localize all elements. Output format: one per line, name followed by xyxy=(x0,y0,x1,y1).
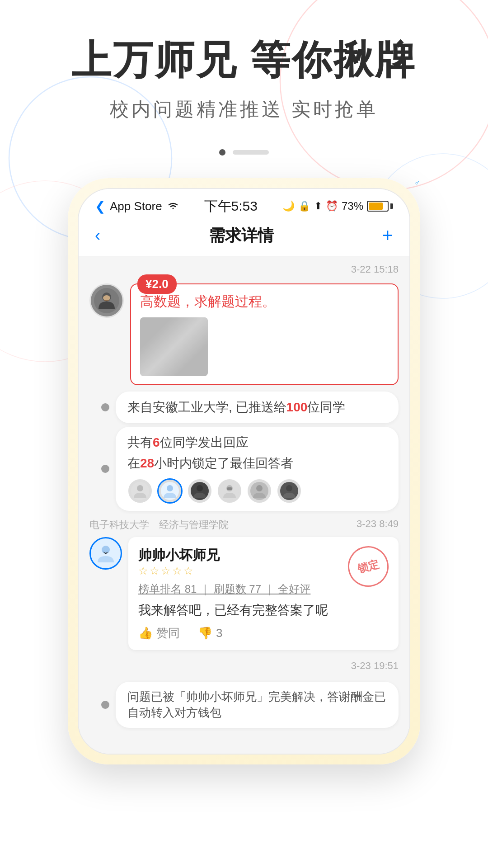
answer-meta: 榜单排名 81 ｜ 刷题数 77 ｜ 全好评 xyxy=(138,582,389,596)
location-icon: ⬆ xyxy=(314,200,322,212)
pagination-bar xyxy=(233,150,269,155)
price-badge: ¥2.0 xyxy=(137,274,177,294)
svg-point-6 xyxy=(103,295,110,301)
notif-row: 问题已被「帅帅小坏师兄」完美解决，答谢酬金已自动转入对方钱包 xyxy=(79,675,409,734)
answer-name: 帅帅小坏师兄 ☆☆☆☆☆ xyxy=(138,546,220,577)
question-msg-row: ¥2.0 高数题，求解题过程。 xyxy=(79,279,409,390)
info-pill-1: 来自安徽工业大学, 已推送给100位同学 xyxy=(116,392,399,423)
timestamp-1: 3-22 15:18 xyxy=(79,256,409,279)
phone-outer: ❮ App Store 下午5:53 🌙 🔒 ⬆ ⏰ 73% xyxy=(68,178,420,764)
status-left: ❮ App Store xyxy=(95,199,179,214)
status-time: 下午5:53 xyxy=(204,197,258,216)
info-row-1: 来自安徽工业大学, 已推送给100位同学 xyxy=(79,390,409,425)
notif-dot xyxy=(101,701,109,709)
svg-point-8 xyxy=(137,485,143,491)
phone-inner: ❮ App Store 下午5:53 🌙 🔒 ⬆ ⏰ 73% xyxy=(78,188,410,755)
answer-avatar: ♂ xyxy=(89,537,122,570)
notif-pill: 问题已被「帅帅小坏师兄」完美解决，答谢酬金已自动转入对方钱包 xyxy=(116,682,399,728)
respond-line-2: 在28小时内锁定了最佳回答者 xyxy=(127,455,387,472)
battery-percent: 73% xyxy=(342,200,363,212)
question-image xyxy=(140,317,208,376)
hero-title: 上万师兄 等你揪牌 xyxy=(71,36,417,84)
svg-point-12 xyxy=(197,485,203,491)
phone-mockup: ❮ App Store 下午5:53 🌙 🔒 ⬆ ⏰ 73% xyxy=(68,178,420,764)
answer-actions: 👍 赞同 👎 3 xyxy=(138,625,389,641)
info-dot-1 xyxy=(101,403,109,411)
nav-bar: ‹ 需求详情 + xyxy=(79,220,409,256)
responder-avatar-5 xyxy=(247,478,272,504)
question-bubble: ¥2.0 高数题，求解题过程。 xyxy=(130,283,399,385)
timestamp-3: 3-23 19:51 xyxy=(79,653,409,675)
pagination-dot-active xyxy=(219,149,225,156)
svg-rect-15 xyxy=(227,487,232,490)
responder-avatar-2 xyxy=(157,478,183,504)
nav-title: 需求详情 xyxy=(209,225,274,247)
svg-point-21 xyxy=(102,546,110,554)
responder-avatar-4 xyxy=(217,478,242,504)
answer-card: 帅帅小坏师兄 ☆☆☆☆☆ 榜单排名 81 ｜ 刷题数 77 ｜ 全好评 我来解答… xyxy=(128,537,399,650)
thumbs-down-icon: 👎 xyxy=(198,626,212,640)
responder-avatar-3 xyxy=(187,478,212,504)
svg-point-4 xyxy=(94,288,119,313)
battery-icon xyxy=(367,201,393,212)
pagination xyxy=(219,149,269,156)
svg-point-5 xyxy=(102,292,111,302)
nav-plus-button[interactable]: + xyxy=(382,225,393,246)
moon-icon: 🌙 xyxy=(282,200,295,212)
info-row-2: 共有6位同学发出回应 在28小时内锁定了最佳回答者 xyxy=(79,425,409,513)
wifi-icon xyxy=(167,199,179,213)
status-app-name: App Store xyxy=(110,199,162,213)
timestamp-2: 3-23 8:49 xyxy=(357,518,399,532)
school-name: 电子科技大学 xyxy=(89,519,149,530)
hero-subtitle: 校内问题精准推送 实时抢单 xyxy=(110,97,378,122)
responder-avatar-6 xyxy=(277,478,302,504)
thumbs-up-icon: 👍 xyxy=(138,626,153,640)
question-avatar xyxy=(89,283,124,318)
avatars-row xyxy=(127,478,387,504)
question-text: 高数题，求解题过程。 xyxy=(140,292,389,311)
disagree-button[interactable]: 👎 3 xyxy=(198,626,222,640)
school-meta: 电子科技大学 经济与管理学院 3-23 8:49 xyxy=(79,513,409,534)
svg-point-10 xyxy=(167,485,173,491)
chat-content: 3-22 15:18 xyxy=(79,256,409,754)
responder-avatar-1 xyxy=(127,478,153,504)
status-right: 🌙 🔒 ⬆ ⏰ 73% xyxy=(282,200,393,212)
answer-row: ♂ 帅帅小坏师兄 ☆☆☆☆☆ 榜单排名 81 ｜ 刷题数 77 ｜ 全好评 xyxy=(79,534,409,653)
answer-stars: ☆☆☆☆☆ xyxy=(138,565,220,577)
agree-button[interactable]: 👍 赞同 xyxy=(138,625,180,641)
school-dept: 经济与管理学院 xyxy=(159,519,229,530)
answer-text: 我来解答吧，已经有完整答案了呢 xyxy=(138,602,389,619)
respond-line-1: 共有6位同学发出回应 xyxy=(127,434,387,451)
info-dot-2 xyxy=(101,465,109,473)
svg-point-17 xyxy=(256,485,263,491)
back-chevron-icon: ❮ xyxy=(95,199,105,214)
lock-icon: 🔒 xyxy=(298,200,310,212)
alarm-icon: ⏰ xyxy=(326,200,338,212)
svg-point-19 xyxy=(286,485,292,491)
info-pill-2: 共有6位同学发出回应 在28小时内锁定了最佳回答者 xyxy=(116,427,399,511)
nav-back-button[interactable]: ‹ xyxy=(95,226,100,245)
status-bar: ❮ App Store 下午5:53 🌙 🔒 ⬆ ⏰ 73% xyxy=(79,189,409,220)
